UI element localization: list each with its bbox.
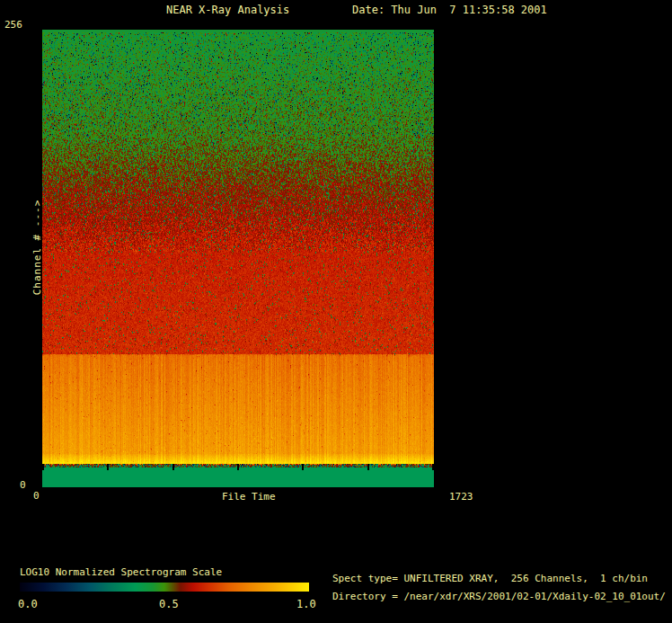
- colorbar-tick-low: 0.0: [18, 598, 38, 610]
- date-label: Date: Thu Jun 7 11:35:58 2001: [352, 4, 547, 16]
- colorbar-gradient: [20, 583, 309, 592]
- page-title: NEAR X-Ray Analysis: [166, 4, 289, 16]
- spect-type-info: Spect type= UNFILTERED XRAY, 256 Channel…: [332, 573, 648, 584]
- y-axis-max-label: 256: [4, 19, 22, 31]
- y-axis-min-label: 0: [20, 479, 26, 491]
- colorbar-tick-mid: 0.5: [159, 598, 179, 610]
- y-axis-title: Channel # --->: [31, 200, 43, 296]
- x-axis-title: File Time: [222, 491, 276, 503]
- colorbar-title: LOG10 Normalized Spectrogram Scale: [20, 566, 222, 578]
- spectrogram-heatmap: [42, 30, 434, 487]
- colorbar-tick-high: 1.0: [296, 598, 316, 610]
- near-xray-analysis-window: NEAR X-Ray Analysis Date: Thu Jun 7 11:3…: [0, 0, 672, 623]
- x-axis-max-label: 1723: [449, 491, 473, 503]
- x-axis-min-label: 0: [33, 490, 40, 502]
- directory-info: Directory = /near/xdr/XRS/2001/02-01/Xda…: [332, 591, 666, 602]
